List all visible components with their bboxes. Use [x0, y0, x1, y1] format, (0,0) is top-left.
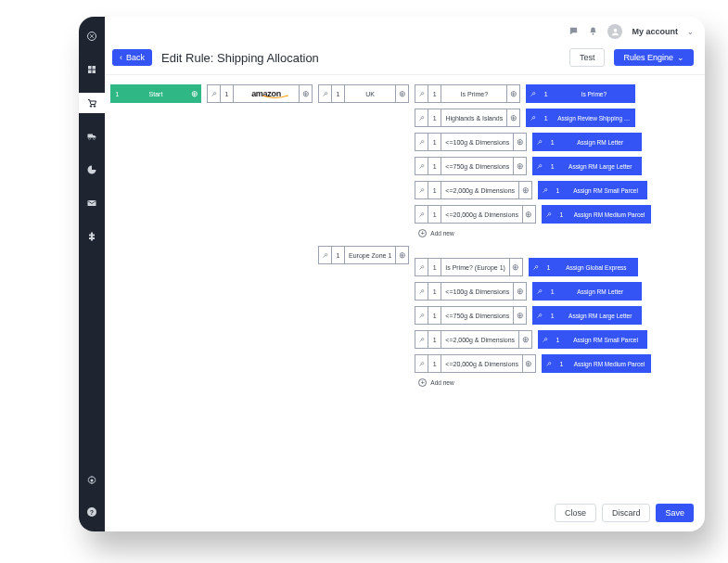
plus-icon[interactable]: ⊕ — [514, 133, 527, 151]
wrench-icon[interactable] — [415, 205, 428, 224]
flow-node[interactable]: 1 <=750g & Dimensions ⊕ — [415, 306, 527, 325]
amazon-node[interactable]: amazon — [233, 84, 300, 103]
plus-icon[interactable]: ⊕ — [514, 157, 527, 175]
wrench-icon[interactable] — [532, 133, 545, 151]
node-index: 1 — [545, 133, 558, 151]
nav-cart-icon[interactable] — [79, 93, 105, 113]
account-label[interactable]: My account — [632, 27, 678, 36]
flow-node[interactable]: 1 Assign RM Letter — [532, 282, 642, 301]
node-index: 1 — [428, 306, 441, 325]
wrench-icon[interactable] — [318, 84, 331, 103]
wrench-icon[interactable] — [415, 109, 428, 127]
flow-node[interactable]: 1 Assign RM Medium Parcel — [542, 205, 651, 224]
flow-node[interactable]: 1 Is Prime? (Europe 1) ⊕ — [415, 258, 523, 276]
flow-node[interactable]: 1 <=100g & Dimensions ⊕ — [415, 133, 527, 151]
wrench-icon[interactable] — [318, 246, 331, 264]
flow-node[interactable]: 1 <=20,000g & Dimensions ⊕ — [415, 205, 536, 224]
flow-node[interactable]: 1 Assign RM Small Parcel — [538, 330, 647, 349]
wrench-icon[interactable] — [532, 282, 545, 301]
plus-icon[interactable]: ⊕ — [523, 354, 536, 373]
nav-plugin-icon[interactable] — [79, 226, 105, 247]
wrench-icon[interactable] — [415, 157, 428, 175]
wrench-icon[interactable] — [529, 258, 542, 276]
flow-canvas[interactable]: 1 Start ⊕ 1 amazon ⊕ 1 UK ⊕ 1 Europe Zon… — [105, 75, 705, 531]
plus-icon[interactable]: ⊕ — [300, 84, 313, 103]
add-new-button[interactable]: +Add new — [415, 378, 651, 387]
nav-truck-icon[interactable] — [79, 126, 105, 147]
wrench-icon[interactable] — [415, 258, 428, 276]
chat-icon[interactable] — [568, 23, 579, 40]
back-button[interactable]: ‹ Back — [112, 49, 152, 66]
wrench-icon[interactable] — [415, 330, 428, 349]
test-button[interactable]: Test — [569, 48, 606, 67]
nav-logo-icon[interactable] — [79, 26, 105, 46]
svg-point-10 — [91, 480, 94, 482]
bell-icon[interactable] — [588, 23, 598, 40]
wrench-icon[interactable] — [415, 282, 428, 301]
plus-icon[interactable]: ⊕ — [396, 84, 409, 103]
plus-icon[interactable]: ⊕ — [188, 84, 201, 103]
flow-node[interactable]: 1 Assign RM Small Parcel — [538, 181, 647, 199]
flow-node[interactable]: 1 Assign Global Express — [529, 258, 638, 276]
plus-icon[interactable]: ⊕ — [396, 246, 409, 264]
flow-node[interactable]: 1 <=750g & Dimensions ⊕ — [415, 157, 527, 175]
plus-icon[interactable]: ⊕ — [514, 282, 527, 301]
flow-node[interactable]: 1 Europe Zone 1 ⊕ — [318, 246, 409, 264]
flow-node[interactable]: 1 Is Prime? ⊕ — [415, 84, 520, 103]
wrench-icon[interactable] — [207, 84, 220, 103]
wrench-icon[interactable] — [542, 205, 555, 224]
wrench-icon[interactable] — [415, 84, 428, 103]
wrench-icon[interactable] — [415, 354, 428, 373]
flow-node[interactable]: 1 <=100g & Dimensions ⊕ — [415, 282, 527, 301]
close-button[interactable]: Close — [555, 504, 596, 522]
wrench-icon[interactable] — [526, 109, 539, 127]
flow-node[interactable]: 1 Is Prime? — [526, 84, 635, 103]
wrench-icon[interactable] — [415, 306, 428, 325]
flow-node[interactable]: 1 Assign RM Large Letter — [532, 306, 642, 325]
flow-node[interactable]: 1 Assign Review Shipping … — [526, 109, 635, 127]
flow-node[interactable]: 1 UK ⊕ — [318, 84, 409, 103]
node-label: Assign RM Medium Parcel — [568, 354, 651, 373]
nav-mail-icon[interactable] — [79, 193, 105, 213]
plus-icon[interactable]: ⊕ — [519, 330, 532, 349]
wrench-icon[interactable] — [532, 157, 545, 175]
wrench-icon[interactable] — [542, 354, 555, 373]
plus-icon[interactable]: ⊕ — [507, 84, 520, 103]
flow-node[interactable]: 1 <=2,000g & Dimensions ⊕ — [415, 330, 532, 349]
nav-chart-icon[interactable] — [79, 160, 105, 180]
flow-node[interactable]: 1 Highlands & Islands ⊕ — [415, 109, 520, 127]
flow-node[interactable]: 1 Assign RM Medium Parcel — [542, 354, 651, 373]
nav-dashboard-icon[interactable] — [79, 59, 105, 80]
rules-engine-dropdown[interactable]: Rules Engine ⌄ — [614, 49, 694, 66]
svg-point-14 — [614, 28, 618, 32]
nav-settings-icon[interactable] — [79, 470, 105, 491]
svg-text:?: ? — [90, 509, 94, 516]
plus-icon[interactable]: ⊕ — [514, 306, 527, 325]
svg-rect-9 — [88, 200, 96, 206]
start-node[interactable]: 1 Start ⊕ — [110, 84, 201, 103]
flow-node[interactable]: 1 Assign RM Large Letter — [532, 157, 642, 175]
wrench-icon[interactable] — [415, 181, 428, 199]
wrench-icon[interactable] — [538, 181, 551, 199]
flow-node[interactable]: 1 <=2,000g & Dimensions ⊕ — [415, 181, 532, 199]
plus-icon[interactable]: ⊕ — [507, 109, 520, 127]
wrench-icon[interactable] — [415, 133, 428, 151]
plus-icon[interactable]: ⊕ — [523, 205, 536, 224]
node-label: Start — [123, 84, 188, 103]
add-new-label: Add new — [430, 379, 453, 386]
wrench-icon[interactable] — [532, 306, 545, 325]
nav-help-icon[interactable]: ? — [79, 502, 105, 522]
plus-icon[interactable]: ⊕ — [519, 181, 532, 199]
back-label: Back — [126, 53, 145, 62]
wrench-icon[interactable] — [538, 330, 551, 349]
save-button[interactable]: Save — [656, 504, 694, 522]
node-index: 1 — [555, 205, 568, 224]
avatar[interactable] — [607, 24, 622, 39]
flow-node[interactable]: 1 Assign RM Letter — [532, 133, 642, 151]
chevron-down-icon[interactable]: ⌄ — [687, 28, 694, 36]
discard-button[interactable]: Discard — [602, 504, 651, 522]
flow-node[interactable]: 1 <=20,000g & Dimensions ⊕ — [415, 354, 536, 373]
add-new-button[interactable]: +Add new — [415, 229, 651, 237]
plus-icon[interactable]: ⊕ — [510, 258, 523, 276]
wrench-icon[interactable] — [526, 84, 539, 103]
